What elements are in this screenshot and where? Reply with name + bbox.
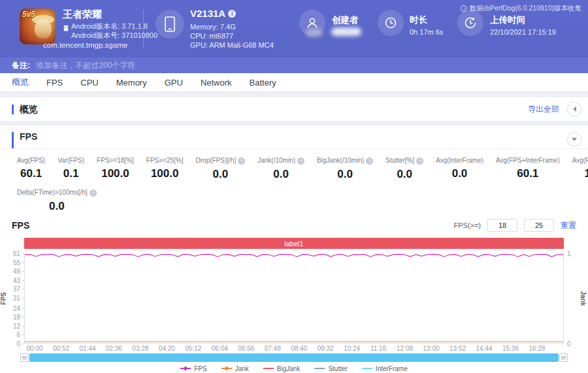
y-axis-tick-left: 49 <box>13 268 20 275</box>
chart-title-row: FPS FPS(>=) 重置 <box>12 218 576 233</box>
scrollbar-track[interactable] <box>29 353 559 362</box>
metric-label-text: FPS>=25[%] <box>146 157 184 164</box>
y-axis-tickmark <box>22 289 25 289</box>
metric-value: 0.0 <box>436 167 483 180</box>
metric-value: 0.0 <box>17 200 97 213</box>
device-info-icon[interactable]: i <box>228 10 236 18</box>
metric-value: 0.0 <box>385 168 423 181</box>
legend-item-stutter[interactable]: Stutter <box>314 365 347 372</box>
x-axis-tick: 01:44 <box>79 345 95 352</box>
legend-item-fps[interactable]: FPS <box>180 365 206 372</box>
metric-label-text: Jank(/10min) <box>257 157 295 164</box>
bigjank-legend-marker <box>263 368 274 369</box>
help-icon[interactable]: ? <box>366 157 373 165</box>
x-axis-tick: 13:00 <box>423 345 440 352</box>
tab-memory[interactable]: Memory <box>116 78 147 88</box>
x-axis-tick: 09:32 <box>318 345 334 352</box>
notes-bar[interactable]: 备注: 添加备注，不超过200个字符 <box>0 57 588 73</box>
overview-section-header: 概览 导出全部 <box>0 97 588 121</box>
metric-label: BigJank(/10min)? <box>317 157 373 165</box>
legend-item-interframe[interactable]: InterFrame <box>362 365 408 372</box>
chevron-down-icon <box>572 138 577 144</box>
metric-value: 100.0 <box>146 167 184 180</box>
device-model: V2131Ai <box>190 8 236 19</box>
reset-link[interactable]: 重置 <box>561 220 576 231</box>
metric-Drop(FPS)[/h]: Drop(FPS)[/h]?0.0 <box>196 157 246 181</box>
y-axis-tickmark <box>22 334 25 335</box>
chart-annotation-bar[interactable]: label1 <box>24 238 564 249</box>
collapse-left-button[interactable] <box>567 102 581 116</box>
y-axis-tick-left: 31 <box>13 295 20 302</box>
y-axis-tickmark <box>22 298 25 299</box>
x-axis-tick: 00:52 <box>53 345 69 352</box>
export-all-link[interactable]: 导出全部 <box>528 104 559 115</box>
report-header: 5v5 王者荣耀 Android版本名: 3.71.1.8 Android版本号… <box>0 0 588 57</box>
creator-label: 创建者 <box>332 14 359 26</box>
x-axis-tick: 06:04 <box>212 345 228 352</box>
fps-threshold-input-2[interactable] <box>524 219 554 232</box>
stutter-legend-marker <box>314 368 325 369</box>
notes-label: 备注: <box>12 61 30 70</box>
game-icon-badge: 5v5 <box>22 10 35 19</box>
help-icon[interactable]: ? <box>416 157 423 165</box>
scrollbar-right-handle[interactable] <box>559 353 568 362</box>
metrics-row-2: Delta(FTime)>100ms[/h]?0.0 <box>17 189 588 213</box>
metric-label: Jank(/10min)? <box>257 157 304 165</box>
fps-threshold-controls: FPS(>=) 重置 <box>453 219 576 232</box>
x-axis-tick: 04:20 <box>159 345 175 352</box>
tab-fps[interactable]: FPS <box>46 78 63 88</box>
fps-plot[interactable]: FPS Jank 6155494337312418126010 <box>24 253 564 344</box>
fps-chart-title: FPS <box>12 220 29 231</box>
fps-section-title: FPS <box>12 132 37 148</box>
metric-label: Delta(FTime)>100ms[/h]? <box>17 189 97 197</box>
y-axis-tick-left: 0 <box>16 340 20 348</box>
y-axis-label-right: Jank <box>580 291 587 306</box>
metric-label: FPS>=18[%] <box>97 157 134 164</box>
tab-battery[interactable]: Battery <box>250 78 276 88</box>
fps-line-svg <box>25 253 563 343</box>
x-axis-tick: 06:56 <box>238 345 254 352</box>
overview-title: 概览 <box>12 105 38 114</box>
perfdog-version-note: i数据由PerfDog(6.0.210910)版本收集 <box>461 4 581 13</box>
help-icon[interactable]: ? <box>297 157 304 165</box>
tab-bar: 概览FPSCPUMemoryGPUNetworkBattery <box>0 73 588 92</box>
tab-network[interactable]: Network <box>201 78 232 88</box>
legend-label: InterFrame <box>376 365 408 372</box>
app-version-code: Android版本号: 371010800 <box>71 31 157 41</box>
metric-label: Stutter[%]? <box>385 157 423 165</box>
tab-cpu[interactable]: CPU <box>80 78 98 88</box>
help-icon[interactable]: ? <box>90 189 97 197</box>
x-axis-tick: 03:28 <box>132 345 148 352</box>
grip-icon <box>22 357 27 358</box>
metric-label: Avg(FPS) <box>17 157 45 164</box>
metric-Stutter[%]: Stutter[%]?0.0 <box>385 157 423 181</box>
x-axis-tick: 12:08 <box>397 345 413 352</box>
y-axis-tick-left: 37 <box>13 285 20 293</box>
help-icon[interactable]: ? <box>238 157 245 165</box>
metric-Avg(FTime)[ms]: Avg(FTime)[ms]16.6 <box>572 157 588 181</box>
metric-label-text: BigJank(/10min) <box>317 157 364 164</box>
tab-overview[interactable]: 概览 <box>12 76 29 88</box>
tab-gpu[interactable]: GPU <box>165 78 183 88</box>
metric-FPS>=18[%]: FPS>=18[%]100.0 <box>97 157 134 181</box>
x-axis-tick: 16:28 <box>529 345 545 352</box>
y-axis-tickmark <box>22 308 25 309</box>
metric-value: 0.0 <box>196 168 246 181</box>
chart-range-scrollbar[interactable] <box>20 353 568 362</box>
metric-value: 16.6 <box>572 167 588 180</box>
scrollbar-left-handle[interactable] <box>20 353 29 362</box>
x-axis-labels: 00:0000:5201:4402:3603:2804:2005:1206:04… <box>24 345 564 352</box>
legend-label: FPS <box>194 365 206 372</box>
x-axis-tick: 00:00 <box>26 345 42 352</box>
y-axis-tick-right: 1 <box>567 250 571 257</box>
legend-item-bigjank[interactable]: BigJank <box>263 365 301 372</box>
fps-series-line <box>25 254 563 257</box>
metric-label-text: Avg(FPS) <box>17 157 45 164</box>
fps-threshold-input-1[interactable] <box>487 219 517 232</box>
legend-item-jank[interactable]: Jank <box>221 365 249 372</box>
fps-threshold-label: FPS(>=) <box>453 221 481 229</box>
metric-label-text: Stutter[%] <box>385 157 414 164</box>
phone-icon <box>155 10 184 39</box>
y-axis-tickmark <box>22 253 25 254</box>
collapse-down-button[interactable] <box>567 132 581 146</box>
